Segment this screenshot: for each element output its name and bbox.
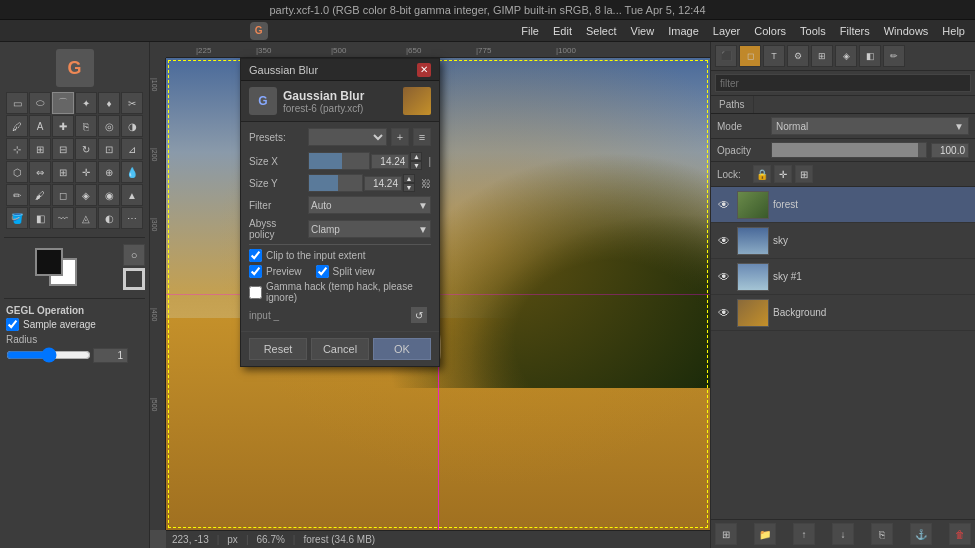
tool-flip[interactable]: ⇔: [29, 161, 51, 183]
radius-slider[interactable]: [6, 347, 91, 363]
lock-pixels-icon[interactable]: 🔒: [753, 165, 771, 183]
size-y-value[interactable]: 14.24: [364, 176, 402, 191]
menu-select[interactable]: Select: [580, 23, 623, 39]
panel-icon-6[interactable]: ◈: [835, 45, 857, 67]
tool-measure[interactable]: ⊹: [6, 138, 28, 160]
reset-button[interactable]: Reset: [249, 338, 307, 360]
tool-clone[interactable]: ⎘: [75, 115, 97, 137]
tool-eraser[interactable]: ◻: [52, 184, 74, 206]
fg-bg-colors[interactable]: [35, 248, 85, 288]
quick-mask-btn[interactable]: ○: [123, 244, 145, 266]
panel-icon-1[interactable]: ⬛: [715, 45, 737, 67]
menu-image[interactable]: Image: [662, 23, 705, 39]
opacity-slider[interactable]: [771, 142, 927, 158]
abyss-select[interactable]: Clamp ▼: [308, 220, 431, 238]
tool-paths[interactable]: 🖊: [6, 115, 28, 137]
sample-average-checkbox[interactable]: [6, 318, 19, 331]
lower-layer-btn[interactable]: ↓: [832, 523, 854, 545]
tool-perspective[interactable]: ⬡: [6, 161, 28, 183]
size-x-value[interactable]: 14.24: [371, 154, 409, 169]
menu-edit[interactable]: Edit: [547, 23, 578, 39]
tool-shear[interactable]: ⊿: [121, 138, 143, 160]
tool-airbrush[interactable]: ◈: [75, 184, 97, 206]
layer-item-forest[interactable]: 👁 forest: [711, 187, 975, 223]
panel-icon-3[interactable]: T: [763, 45, 785, 67]
filter-select[interactable]: Auto ▼: [308, 196, 431, 214]
panel-icon-5[interactable]: ⊞: [811, 45, 833, 67]
size-x-down[interactable]: ▼: [410, 161, 422, 170]
preview-checkbox[interactable]: [249, 265, 262, 278]
tool-eye-dropper[interactable]: 💧: [121, 161, 143, 183]
tool-warp[interactable]: 〰: [52, 207, 74, 229]
tool-ink[interactable]: ◉: [98, 184, 120, 206]
lock-alpha-icon[interactable]: ⊞: [795, 165, 813, 183]
fg-color[interactable]: [35, 248, 63, 276]
layer-sky-eye[interactable]: 👁: [715, 232, 733, 250]
menu-filters[interactable]: Filters: [834, 23, 876, 39]
size-x-slider[interactable]: [308, 152, 370, 170]
refresh-button[interactable]: ↺: [411, 307, 427, 323]
panel-icon-2[interactable]: ◻: [739, 45, 761, 67]
tool-transform[interactable]: ⊟: [52, 138, 74, 160]
tool-pencil[interactable]: ✏: [6, 184, 28, 206]
presets-add-button[interactable]: +: [391, 128, 409, 146]
menu-windows[interactable]: Windows: [878, 23, 935, 39]
layers-filter-input[interactable]: [715, 74, 971, 92]
tool-ellipse-select[interactable]: ⬭: [29, 92, 51, 114]
tool-blur[interactable]: ◎: [98, 115, 120, 137]
tool-heal[interactable]: ✚: [52, 115, 74, 137]
delete-layer-btn[interactable]: 🗑: [949, 523, 971, 545]
tool-scissors[interactable]: ✂: [121, 92, 143, 114]
raise-layer-btn[interactable]: ↑: [793, 523, 815, 545]
tool-gradient[interactable]: ◧: [29, 207, 51, 229]
panel-icon-4[interactable]: ⚙: [787, 45, 809, 67]
menu-file[interactable]: File: [515, 23, 545, 39]
anchor-layer-btn[interactable]: ⚓: [910, 523, 932, 545]
menu-view[interactable]: View: [625, 23, 661, 39]
mode-select[interactable]: Normal ▼: [771, 117, 969, 135]
layer-item-background[interactable]: 👁 Background: [711, 295, 975, 331]
tool-dodge[interactable]: ◑: [121, 115, 143, 137]
tool-align[interactable]: ⊞: [29, 138, 51, 160]
size-y-down[interactable]: ▼: [403, 183, 415, 192]
layer-item-sky[interactable]: 👁 sky: [711, 223, 975, 259]
tool-extra[interactable]: ⋯: [121, 207, 143, 229]
presets-menu-button[interactable]: ≡: [413, 128, 431, 146]
lock-position-icon[interactable]: ✛: [774, 165, 792, 183]
ok-button[interactable]: OK: [373, 338, 431, 360]
input-slider-area[interactable]: ↺: [279, 307, 431, 323]
tool-paint[interactable]: ▲: [121, 184, 143, 206]
split-view-checkbox[interactable]: [316, 265, 329, 278]
tool-scale[interactable]: ⊡: [98, 138, 120, 160]
menu-layer[interactable]: Layer: [707, 23, 747, 39]
tool-move[interactable]: ✛: [75, 161, 97, 183]
menu-colors[interactable]: Colors: [748, 23, 792, 39]
new-layer-from-visible-btn[interactable]: ⊞: [715, 523, 737, 545]
tool-smudge[interactable]: ◬: [75, 207, 97, 229]
size-x-up[interactable]: ▲: [410, 152, 422, 161]
tool-color-select[interactable]: ♦: [98, 92, 120, 114]
panel-icon-8[interactable]: ✏: [883, 45, 905, 67]
size-y-up[interactable]: ▲: [403, 174, 415, 183]
layer-bg-eye[interactable]: 👁: [715, 304, 733, 322]
presets-select[interactable]: [308, 128, 387, 146]
tool-lasso[interactable]: ⌒: [52, 92, 74, 114]
panel-icon-7[interactable]: ◧: [859, 45, 881, 67]
layer-group-btn[interactable]: 📁: [754, 523, 776, 545]
tool-zoom[interactable]: ⊕: [98, 161, 120, 183]
paths-tab[interactable]: Paths: [711, 96, 754, 113]
duplicate-layer-btn[interactable]: ⎘: [871, 523, 893, 545]
tool-dodge2[interactable]: ◐: [98, 207, 120, 229]
tool-rect-select[interactable]: ▭: [6, 92, 28, 114]
opacity-value[interactable]: 100.0: [931, 143, 969, 158]
size-y-slider[interactable]: [308, 174, 363, 192]
menu-help[interactable]: Help: [936, 23, 971, 39]
tool-bucket[interactable]: 🪣: [6, 207, 28, 229]
layer-item-sky1[interactable]: 👁 sky #1: [711, 259, 975, 295]
layer-sky1-eye[interactable]: 👁: [715, 268, 733, 286]
layer-forest-eye[interactable]: 👁: [715, 196, 733, 214]
clip-checkbox[interactable]: [249, 249, 262, 262]
tool-fuzzy-select[interactable]: ✦: [75, 92, 97, 114]
cancel-button[interactable]: Cancel: [311, 338, 369, 360]
tool-crop[interactable]: ⊞: [52, 161, 74, 183]
